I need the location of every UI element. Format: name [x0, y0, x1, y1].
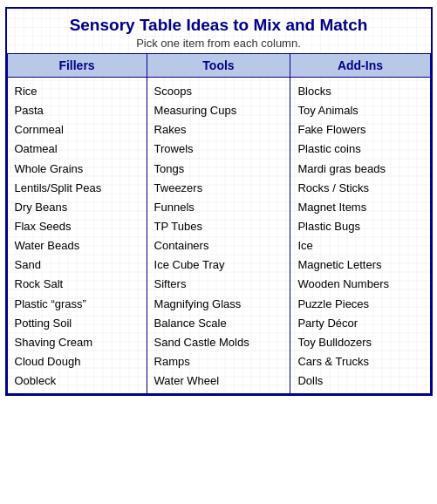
- list-item: Cars & Trucks: [297, 352, 422, 371]
- list-item: Pasta: [15, 101, 140, 120]
- list-item: Lentils/Split Peas: [15, 179, 140, 198]
- list-item: Shaving Cream: [15, 333, 140, 352]
- list-item: Plastic “grass”: [15, 295, 140, 314]
- list-item: Ice: [297, 236, 422, 255]
- fillers-header: Fillers: [7, 54, 147, 78]
- header-row: Fillers Tools Add-Ins: [7, 54, 430, 78]
- items-row: RicePastaCornmealOatmealWhole GrainsLent…: [7, 78, 430, 394]
- list-item: Puzzle Pieces: [297, 295, 422, 314]
- list-item: Ramps: [154, 352, 283, 371]
- list-item: Rock Salt: [15, 275, 140, 294]
- list-item: Water Wheel: [154, 371, 283, 391]
- fillers-list: RicePastaCornmealOatmealWhole GrainsLent…: [15, 82, 140, 391]
- list-item: Measuring Cups: [154, 101, 283, 120]
- list-item: Containers: [154, 236, 283, 255]
- header-section: Sensory Table Ideas to Mix and Match Pic…: [7, 9, 431, 53]
- list-item: Mardi gras beads: [297, 160, 422, 179]
- list-item: Trowels: [154, 140, 283, 159]
- main-table: Fillers Tools Add-Ins RicePastaCornmealO…: [7, 53, 431, 394]
- list-item: Wooden Numbers: [297, 275, 422, 294]
- list-item: Toy Animals: [297, 101, 422, 120]
- subtitle: Pick one item from each column.: [16, 37, 422, 50]
- list-item: Magnetic Letters: [297, 255, 422, 275]
- list-item: Blocks: [297, 82, 422, 101]
- tools-cell: ScoopsMeasuring CupsRakesTrowelsTongsTwe…: [147, 78, 290, 394]
- list-item: Dry Beans: [15, 198, 140, 217]
- list-item: Magnet Items: [297, 198, 422, 217]
- list-item: Rakes: [154, 120, 283, 140]
- list-item: Potting Soil: [15, 314, 140, 333]
- list-item: Rice: [15, 82, 140, 101]
- list-item: Toy Bulldozers: [297, 333, 422, 352]
- list-item: Cloud Dough: [15, 352, 140, 371]
- list-item: Plastic coins: [297, 140, 422, 159]
- list-item: Party Décor: [297, 314, 422, 333]
- list-item: Tongs: [154, 160, 283, 179]
- tools-list: ScoopsMeasuring CupsRakesTrowelsTongsTwe…: [154, 82, 283, 391]
- list-item: Magnifying Glass: [154, 295, 283, 314]
- list-item: Dolls: [297, 371, 422, 391]
- list-item: Flax Seeds: [15, 217, 140, 236]
- fillers-cell: RicePastaCornmealOatmealWhole GrainsLent…: [7, 78, 147, 394]
- list-item: Tweezers: [154, 179, 283, 198]
- list-item: Balance Scale: [154, 314, 283, 333]
- list-item: Fake Flowers: [297, 120, 422, 140]
- page-wrapper: Sensory Table Ideas to Mix and Match Pic…: [5, 7, 433, 396]
- table-container: Fillers Tools Add-Ins RicePastaCornmealO…: [7, 53, 431, 394]
- main-title: Sensory Table Ideas to Mix and Match: [16, 16, 422, 35]
- list-item: Sand: [15, 255, 140, 275]
- list-item: Oobleck: [15, 371, 140, 391]
- list-item: Sand Castle Molds: [154, 333, 283, 352]
- list-item: Ice Cube Tray: [154, 255, 283, 275]
- list-item: TP Tubes: [154, 217, 283, 236]
- list-item: Cornmeal: [15, 120, 140, 140]
- list-item: Whole Grains: [15, 160, 140, 179]
- list-item: Rocks / Sticks: [297, 179, 422, 198]
- list-item: Plastic Bugs: [297, 217, 422, 236]
- list-item: Scoops: [154, 82, 283, 101]
- list-item: Funnels: [154, 198, 283, 217]
- addins-list: BlocksToy AnimalsFake FlowersPlastic coi…: [297, 82, 422, 391]
- list-item: Sifters: [154, 275, 283, 294]
- addins-cell: BlocksToy AnimalsFake FlowersPlastic coi…: [290, 78, 430, 394]
- tools-header: Tools: [147, 54, 290, 78]
- addins-header: Add-Ins: [290, 54, 430, 78]
- list-item: Water Beads: [15, 236, 140, 255]
- list-item: Oatmeal: [15, 140, 140, 159]
